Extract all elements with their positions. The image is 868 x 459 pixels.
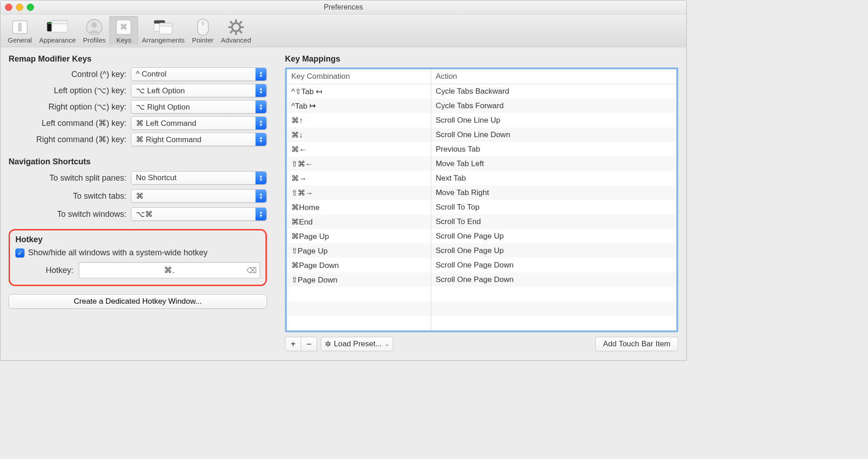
table-row[interactable]: ⇧⌘←Move Tab Left xyxy=(287,157,676,171)
select-arrows-icon: ▲▼ xyxy=(256,117,266,129)
select-arrows-icon: ▲▼ xyxy=(256,133,266,146)
table-row[interactable]: ⌘↓Scroll One Line Down xyxy=(287,128,676,142)
select-nav-0[interactable]: No Shortcut▲▼ xyxy=(131,171,267,185)
table-row[interactable]: ⌘Page DownScroll One Page Down xyxy=(287,258,676,273)
select-arrows-icon: ▲▼ xyxy=(256,208,266,220)
load-preset-label: Load Preset... xyxy=(334,339,382,349)
toolbar-profiles[interactable]: Profiles xyxy=(79,16,109,45)
table-row-empty xyxy=(287,301,676,316)
clear-hotkey-icon[interactable]: ⌫ xyxy=(246,266,257,275)
toolbar-general[interactable]: General xyxy=(4,16,35,45)
toolbar-arrangements[interactable]: Arrangements xyxy=(138,16,188,45)
chevron-down-icon: ⌄ xyxy=(385,341,389,347)
svg-line-23 xyxy=(230,31,232,33)
svg-rect-15 xyxy=(202,21,204,25)
table-row-empty xyxy=(287,316,676,330)
table-row[interactable]: ⌘HomeScroll To Top xyxy=(287,200,676,215)
table-row[interactable]: ⌘↑Scroll One Line Up xyxy=(287,113,676,128)
table-row[interactable]: ⌘EndScroll To End xyxy=(287,215,676,229)
table-row[interactable]: ⇧Page DownScroll One Page Down xyxy=(287,273,676,287)
cell-combo: ⌘↓ xyxy=(287,128,431,142)
svg-line-22 xyxy=(240,31,242,33)
form-row-nav-0: To switch split panes:No Shortcut▲▼ xyxy=(9,171,267,185)
cell-combo: ⇧Page Up xyxy=(287,244,431,258)
cell-action: Scroll One Page Down xyxy=(431,258,676,273)
cell-combo: ⌘Page Up xyxy=(287,229,431,244)
svg-rect-5 xyxy=(52,20,68,24)
window-title: Preferences xyxy=(324,3,363,11)
cell-combo: ⇧⌘← xyxy=(287,157,431,171)
toolbar-label: Arrangements xyxy=(142,36,184,45)
table-row[interactable]: ⌘←Previous Tab xyxy=(287,142,676,157)
hotkey-checkbox-row[interactable]: ✓ Show/hide all windows with a system-wi… xyxy=(15,248,260,258)
table-row[interactable]: ^⇧Tab ↤Cycle Tabs Backward xyxy=(287,84,676,99)
arrangements-icon xyxy=(152,18,174,36)
select-value: ⌥⌘ xyxy=(136,210,256,219)
table-row[interactable]: ⇧Page UpScroll One Page Up xyxy=(287,244,676,258)
toolbar-label: Keys xyxy=(116,36,131,45)
table-row[interactable]: ⌘→Next Tab xyxy=(287,171,676,186)
cell-action: Scroll To End xyxy=(431,215,676,229)
key-mappings-col-action[interactable]: Action xyxy=(431,69,676,84)
key-mappings-col-combo[interactable]: Key Combination xyxy=(287,69,431,84)
toolbar-keys[interactable]: ⌘ Keys xyxy=(109,16,138,45)
toolbar-label: General xyxy=(8,36,32,45)
general-icon xyxy=(9,18,31,36)
key-mappings-table[interactable]: Key Combination Action ^⇧Tab ↤Cycle Tabs… xyxy=(287,69,676,330)
create-dedicated-hotkey-button[interactable]: Create a Dedicated Hotkey Window... xyxy=(9,294,267,309)
cell-action: Scroll One Page Up xyxy=(431,244,676,258)
form-label: Right command (⌘) key: xyxy=(9,134,131,144)
form-label: To switch split panes: xyxy=(9,173,131,183)
titlebar: Preferences xyxy=(0,0,686,14)
minimize-window-button[interactable] xyxy=(16,4,23,11)
remap-section-title: Remap Modifier Keys xyxy=(9,54,267,64)
remove-mapping-button[interactable]: − xyxy=(301,337,317,351)
gear-icon: ✲ xyxy=(325,339,331,349)
load-preset-select[interactable]: ✲ Load Preset... ⌄ xyxy=(321,337,393,351)
cell-action: Cycle Tabs Forward xyxy=(431,99,676,113)
add-mapping-button[interactable]: + xyxy=(285,337,301,351)
select-value: ⌘ Right Command xyxy=(136,135,256,144)
table-row[interactable]: ⇧⌘→Move Tab Right xyxy=(287,186,676,200)
hotkey-input[interactable]: ⌘. ⌫ xyxy=(79,262,260,278)
key-mappings-table-frame: Key Combination Action ^⇧Tab ↤Cycle Tabs… xyxy=(285,67,678,332)
select-value: ⌥ Right Option xyxy=(136,102,256,112)
cell-action: Move Tab Left xyxy=(431,157,676,171)
cell-combo: ⌘End xyxy=(287,215,431,229)
select-nav-1[interactable]: ⌘▲▼ xyxy=(131,189,267,203)
select-nav-2[interactable]: ⌥⌘▲▼ xyxy=(131,207,267,221)
toolbar-label: Pointer xyxy=(192,36,214,45)
select-remap-3[interactable]: ⌘ Left Command▲▼ xyxy=(131,116,267,130)
form-row-remap-1: Left option (⌥) key:⌥ Left Option▲▼ xyxy=(9,84,267,97)
form-label: Control (^) key: xyxy=(9,70,131,79)
cell-action: Next Tab xyxy=(431,171,676,186)
select-remap-2[interactable]: ⌥ Right Option▲▼ xyxy=(131,100,267,114)
cell-action: Scroll One Page Up xyxy=(431,229,676,244)
svg-point-7 xyxy=(92,22,97,28)
select-arrows-icon: ▲▼ xyxy=(256,172,266,184)
svg-rect-1 xyxy=(19,23,21,31)
toolbar-pointer[interactable]: Pointer xyxy=(188,16,217,45)
table-row[interactable]: ^Tab ↦Cycle Tabs Forward xyxy=(287,99,676,113)
preferences-window: Preferences General Appearance xyxy=(0,0,687,361)
select-arrows-icon: ▲▼ xyxy=(256,68,266,81)
close-window-button[interactable] xyxy=(5,4,12,11)
keys-icon: ⌘ xyxy=(113,18,135,36)
form-row-nav-2: To switch windows:⌥⌘▲▼ xyxy=(9,207,267,221)
table-row[interactable]: ⌘Page UpScroll One Page Up xyxy=(287,229,676,244)
cell-action: Cycle Tabs Backward xyxy=(431,84,676,99)
content-area: Remap Modifier Keys Control (^) key:^ Co… xyxy=(0,47,686,360)
select-remap-1[interactable]: ⌥ Left Option▲▼ xyxy=(131,84,267,97)
pointer-icon xyxy=(192,18,214,36)
zoom-window-button[interactable] xyxy=(27,4,34,11)
add-touch-bar-item-button[interactable]: Add Touch Bar Item xyxy=(595,337,678,351)
select-remap-0[interactable]: ^ Control▲▼ xyxy=(131,67,267,81)
toolbar-appearance[interactable]: Appearance xyxy=(35,16,79,45)
toolbar-advanced[interactable]: Advanced xyxy=(217,16,255,45)
key-mappings-footer: + − ✲ Load Preset... ⌄ Add Touch Bar Ite… xyxy=(285,337,678,351)
svg-line-21 xyxy=(230,21,232,24)
select-value: No Shortcut xyxy=(136,173,256,182)
select-remap-4[interactable]: ⌘ Right Command▲▼ xyxy=(131,133,267,146)
hotkey-checkbox[interactable]: ✓ xyxy=(15,249,24,258)
svg-line-24 xyxy=(240,21,242,24)
